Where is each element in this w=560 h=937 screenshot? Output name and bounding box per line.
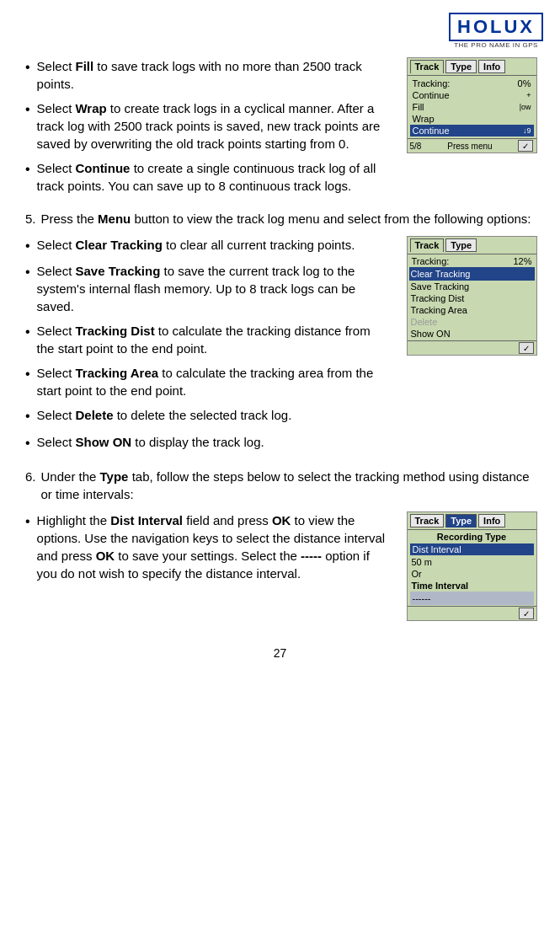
type-bold: Type [100, 469, 129, 484]
screen1-check: ✓ [518, 140, 533, 152]
screen3-header: Track Type Info [408, 512, 536, 530]
plus-minus2: |ow [520, 103, 531, 111]
screen2-tracking-area: Tracking Area [409, 304, 535, 316]
section3: Highlight the Dist Interval field and pr… [25, 511, 543, 621]
step6-number: 6. [25, 468, 36, 503]
step6-item: 6. Under the Type tab, follow the steps … [25, 468, 543, 503]
ok-bold-2: OK [96, 549, 115, 563]
clear-tracking-bold: Clear Tracking [75, 238, 162, 252]
screen1-item-continue-selected: Continue ↓9 [410, 125, 534, 137]
continue-bold: Continue [75, 161, 130, 175]
delete-bold: Delete [75, 408, 113, 422]
screen1-body: Tracking: 0% Continue + Fill [408, 76, 536, 138]
section1-bullets: Select Fill to save track logs with no m… [25, 57, 400, 201]
page-container: HOLUX THE PRO NAME IN GPS Select Fill to… [0, 0, 560, 937]
plus-minus: + [526, 91, 531, 99]
logo-wrapper: HOLUX THE PRO NAME IN GPS [449, 13, 543, 49]
tracking-label: Tracking: [413, 78, 451, 88]
menu-bold: Menu [98, 211, 131, 226]
bullet-list-1: Select Fill to save track logs with no m… [25, 57, 387, 195]
screen3-footer: ✓ [408, 606, 536, 620]
screen2-clear-tracking: Clear Tracking [409, 267, 535, 281]
bullet-tracking-area: Select Tracking Area to calculate the tr… [25, 364, 387, 399]
screen1-container: Track Type Info Tracking: 0% Continue + [400, 57, 543, 201]
screen1-tracking-row: Tracking: 0% [410, 78, 534, 89]
bullet-wrap: Select Wrap to create track logs in a cy… [25, 99, 387, 153]
ok-bold-1: OK [272, 513, 291, 527]
dashes-bold: ----- [301, 549, 322, 563]
screen3-tab-type: Type [445, 514, 477, 527]
device-screen-1: Track Type Info Tracking: 0% Continue + [407, 57, 537, 153]
bullet-clear-tracking: Select Clear Tracking to clear all curre… [25, 236, 387, 255]
bullet-list-2: Select Clear Tracking to clear all curre… [25, 236, 387, 452]
fill-bold: Fill [75, 59, 93, 73]
screen3-body: Recording Type Dist Interval 50 m Or Tim… [408, 530, 536, 606]
bullet-continue-text: Select Continue to create a single conti… [37, 159, 387, 195]
screen3-or: Or [410, 568, 534, 580]
screen2-tab-track: Track [410, 238, 445, 252]
logo-text: HOLUX [457, 16, 535, 38]
bullet-wrap-text: Select Wrap to create track logs in a cy… [37, 99, 387, 153]
screen1-header: Track Type Info [408, 58, 536, 76]
screen1-tab-track: Track [410, 60, 445, 73]
section3-bullets: Highlight the Dist Interval field and pr… [25, 511, 400, 621]
screen3-tab-track: Track [410, 514, 445, 527]
screen3-time-interval: Time Interval [410, 580, 534, 592]
content-area: Select Fill to save track logs with no m… [0, 53, 560, 629]
screen1-tab-info: Info [478, 60, 505, 73]
dist-interval-bold: Dist Interval [110, 513, 183, 527]
screen1-footer: 5/8 Press menu ✓ [408, 138, 536, 153]
screen2-header: Track Type [408, 237, 536, 254]
bullet-delete: Select Delete to delete the selected tra… [25, 406, 387, 426]
screen3-50m: 50 m [410, 556, 534, 568]
step5-number: 5. [25, 210, 36, 228]
step5-text: Press the Menu button to view the track … [41, 210, 531, 228]
tracking-dist-bold: Tracking Dist [75, 324, 154, 338]
show-on-bold: Show ON [75, 435, 131, 449]
screen1-item-continue1: Continue + [410, 89, 534, 101]
screen2-check: ✓ [519, 342, 534, 354]
screen2-tab-type: Type [445, 238, 477, 252]
logo-sub: THE PRO NAME IN GPS [449, 41, 543, 49]
page-number: 27 [0, 646, 560, 660]
bullet-fill-text: Select Fill to save track logs with no m… [37, 57, 387, 93]
bullet-dist-interval: Highlight the Dist Interval field and pr… [25, 511, 387, 582]
screen2-tracking-dist: Tracking Dist [409, 292, 535, 304]
screen1-press-menu: Press menu [447, 142, 492, 151]
screen3-check: ✓ [519, 608, 534, 619]
bullet-show-on: Select Show ON to display the track log. [25, 433, 387, 452]
screen3-dashes: ------ [410, 592, 534, 605]
section2: Select Clear Tracking to clear all curre… [25, 236, 543, 459]
bullet-tracking-dist: Select Tracking Dist to calculate the tr… [25, 322, 387, 357]
screen1-item-wrap: Wrap [410, 113, 534, 125]
bullet-save-tracking: Select Save Tracking to save the current… [25, 262, 387, 315]
screen3-dist-interval: Dist Interval [410, 543, 534, 555]
screen2-footer: ✓ [408, 340, 536, 355]
screen2-delete: Delete [409, 316, 535, 328]
header-logo: HOLUX THE PRO NAME IN GPS [0, 8, 560, 53]
screen1-tab-type: Type [445, 60, 477, 73]
step6-text: Under the Type tab, follow the steps bel… [41, 468, 543, 503]
tracking-area-bold: Tracking Area [75, 366, 158, 380]
section2-bullets: Select Clear Tracking to clear all curre… [25, 236, 400, 459]
screen2-show-on: Show ON [409, 328, 535, 340]
screen2-save-tracking: Save Tracking [409, 281, 535, 292]
screen2-body: Tracking: 12% Clear Tracking Save Tracki… [408, 254, 536, 340]
step5-item: 5. Press the Menu button to view the tra… [25, 210, 543, 228]
bullet-fill: Select Fill to save track logs with no m… [25, 57, 387, 93]
screen3-container: Track Type Info Recording Type Dist Inte… [400, 511, 543, 621]
tracking-value: 0% [518, 78, 531, 88]
section1: Select Fill to save track logs with no m… [25, 57, 543, 201]
bullet-continue: Select Continue to create a single conti… [25, 159, 387, 195]
screen3-tab-info: Info [478, 514, 505, 527]
device-screen-2: Track Type Tracking: 12% Clear Tracking … [407, 236, 537, 356]
screen3-recording-type: Recording Type [410, 531, 534, 543]
bullet-list-3: Highlight the Dist Interval field and pr… [25, 511, 387, 582]
device-screen-3: Track Type Info Recording Type Dist Inte… [407, 511, 537, 621]
save-tracking-bold: Save Tracking [75, 264, 160, 278]
logo-box: HOLUX [449, 13, 543, 41]
screen1-item-fill: Fill |ow [410, 101, 534, 113]
screen1-counter: 5/8 [410, 142, 422, 151]
wrap-bold: Wrap [75, 101, 106, 115]
screen2-tracking-row: Tracking: 12% [409, 255, 535, 267]
